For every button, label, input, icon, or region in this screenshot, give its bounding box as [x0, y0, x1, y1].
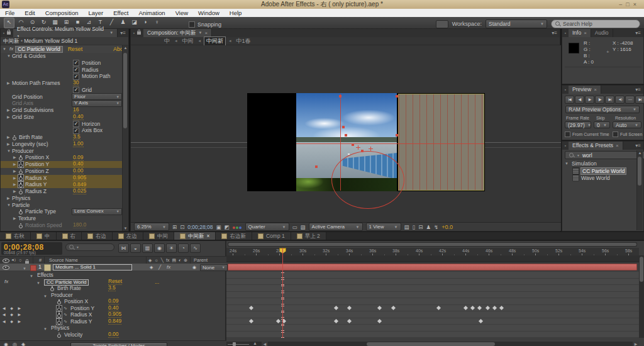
property-value[interactable]: 16 [73, 107, 79, 113]
help-search-input[interactable]: Search Help [551, 20, 640, 28]
keyframe-diamond[interactable] [276, 319, 280, 323]
tl-row-radius-x[interactable]: ◀ ◆ ▶∿Radius X0.905 [0, 311, 226, 318]
ec-row-producer[interactable]: ▼Producer [1, 148, 124, 155]
menu-help[interactable]: Help [225, 9, 247, 17]
ram-preview-button[interactable]: ▶| [635, 96, 644, 104]
ec-row-particle-type[interactable]: Particle TypeLens Convex▼ [1, 208, 124, 215]
effect-item-cc-particle-world[interactable]: CC Particle World [572, 167, 626, 174]
expander-icon[interactable]: ▶ [13, 154, 18, 161]
menu-layer[interactable]: Layer [84, 9, 109, 17]
expander-icon[interactable]: ▶ [7, 141, 12, 148]
keyframe-diamond[interactable] [463, 306, 467, 310]
resolution-select[interactable]: Quarter▼ [245, 223, 289, 231]
track-effects[interactable] [226, 272, 639, 279]
stopwatch-icon[interactable] [50, 286, 55, 291]
close-icon[interactable]: × [594, 86, 597, 94]
ec-row-grid[interactable]: ✓Grid [1, 87, 124, 94]
stopwatch-icon[interactable] [18, 182, 23, 187]
menu-composition[interactable]: Composition [40, 9, 84, 17]
window-control-icon[interactable]: □ [626, 1, 633, 8]
expander-icon[interactable]: ▶ [13, 175, 18, 182]
previous-frame-button[interactable]: ◀| [575, 96, 584, 104]
track-radius-y[interactable] [226, 318, 639, 325]
layer-row[interactable]: ▼ 1 Medium ... Solid 1 ◈ ╱ fx ◉ None▼ [0, 264, 226, 271]
timeline-zoom-slider[interactable]: ▲ [228, 342, 259, 346]
menu-animation[interactable]: Animation [133, 9, 170, 17]
layer-name[interactable]: Medium ... Solid 1 [53, 264, 132, 271]
dropdown-particle-type[interactable]: Lens Convex▼ [72, 208, 122, 215]
keyframe-diamond[interactable] [391, 306, 396, 310]
stopwatch-icon[interactable] [57, 319, 62, 325]
tl-row-effects[interactable]: ▼Effects [0, 272, 226, 279]
property-value[interactable]: 0.09 [73, 155, 84, 161]
expander-icon[interactable]: ▶ [13, 188, 18, 195]
stopwatch-icon[interactable] [57, 306, 62, 311]
breadcrumb-item[interactable]: 中间 [180, 37, 196, 45]
auto-keyframe-toggle[interactable]: ◔ [178, 243, 189, 253]
panel-grip-icon[interactable]: ▪ [131, 29, 137, 37]
ec-row-grid-size[interactable]: ▶Grid Size0.40 [1, 114, 124, 121]
brush-tool[interactable]: ╱ [107, 18, 116, 27]
keyframe-diamond[interactable] [486, 306, 490, 310]
show-channel-icon[interactable] [233, 224, 242, 230]
breadcrumb-1[interactable]: 中1春 [235, 37, 253, 45]
expander-icon[interactable]: ▶ [13, 168, 18, 175]
ec-row-birth-rate[interactable]: ▶Birth Rate3.5 [1, 134, 124, 141]
stopwatch-icon[interactable] [57, 332, 62, 338]
layer-quality-icon[interactable]: ◈ [150, 264, 153, 271]
keyframe-diamond[interactable] [470, 306, 475, 310]
ec-row-position-x[interactable]: ▶Position X0.09 [1, 154, 124, 161]
toggle-switches-modes-button[interactable]: Toggle Switches / Modes [70, 342, 167, 346]
ec-row-longevity-sec[interactable]: ▶Longevity (sec)1.00 [1, 141, 124, 148]
ec-row-position-z[interactable]: ▶Position Z0.00 [1, 168, 124, 175]
scroll-right-icon[interactable]: ▶ [633, 342, 639, 346]
pixel-aspect-icon[interactable]: ♟ [426, 224, 431, 230]
effect-options-link[interactable]: ... [155, 279, 159, 286]
stopwatch-icon[interactable] [18, 162, 23, 167]
property-value[interactable]: 0.40 [73, 161, 84, 167]
marker-strip[interactable] [226, 255, 639, 262]
panel-menu-icon[interactable]: ▾≡ [633, 86, 643, 94]
breadcrumb-item[interactable]: 中间新 [204, 36, 226, 46]
expander-icon[interactable]: ▼ [565, 162, 570, 165]
camera-select[interactable]: Active Camera▼ [309, 223, 363, 231]
keyframe-diamond[interactable] [499, 306, 504, 310]
stopwatch-icon[interactable] [18, 175, 23, 181]
property-value[interactable]: Reset [108, 279, 122, 285]
keyframe-diamond[interactable] [477, 306, 482, 310]
clone-stamp-tool[interactable]: ♟ [118, 18, 128, 27]
ec-row-horizon[interactable]: ✓Horizon [1, 121, 124, 128]
property-value[interactable]: 0.40 [108, 305, 119, 311]
expand-layer-switches-icon[interactable]: ◉ [4, 341, 8, 346]
menu-edit[interactable]: Edit [19, 9, 40, 17]
panel-grip-icon[interactable]: ▪ [562, 86, 569, 94]
property-value[interactable]: 3.5 [73, 134, 80, 140]
skip-select[interactable]: 0▼ [594, 121, 610, 128]
keyframe-navigator[interactable]: ◀ ◆ ▶ [3, 311, 23, 318]
ec-row-radius-z[interactable]: ▶Radius Z0.025 [1, 188, 124, 195]
ram-preview-options-select[interactable]: RAM Preview Options▼ [565, 106, 640, 113]
keyframe-diamond[interactable] [334, 319, 338, 323]
shy-layers-toggle[interactable]: ◒ [130, 243, 141, 253]
expander-icon[interactable]: ▶ [7, 107, 12, 114]
transparency-grid-icon[interactable]: ▨ [301, 224, 306, 230]
snapping-checkbox[interactable] [189, 21, 195, 28]
stopwatch-icon[interactable] [18, 209, 23, 215]
expander-icon[interactable]: ▼ [7, 148, 12, 155]
property-value[interactable]: 0.00 [108, 332, 119, 338]
stopwatch-icon[interactable] [18, 189, 23, 194]
menu-effect[interactable]: Effect [108, 9, 133, 17]
timeline-button-icon[interactable]: ▤ [404, 224, 409, 230]
mask-visibility-icon[interactable]: ⊡ [180, 224, 184, 230]
panel-menu-icon[interactable]: ▾≡ [549, 29, 560, 37]
ec-row-grid-guides[interactable]: ▼Grid & Guides [1, 53, 124, 60]
keyframe-diamond[interactable] [249, 319, 253, 323]
track-producer[interactable] [226, 292, 639, 299]
checkbox[interactable]: ✓ [73, 87, 79, 93]
tab-audio[interactable]: Audio [591, 29, 613, 37]
checkbox[interactable]: ✓ [73, 74, 79, 80]
full-screen-checkbox[interactable]: Full Screen [613, 131, 642, 137]
composition-mini-flowchart-button[interactable]: ⋈ [118, 243, 129, 253]
property-value[interactable]: 3.5 [108, 285, 116, 291]
magnification-select[interactable]: 6.25%▼ [134, 223, 169, 231]
